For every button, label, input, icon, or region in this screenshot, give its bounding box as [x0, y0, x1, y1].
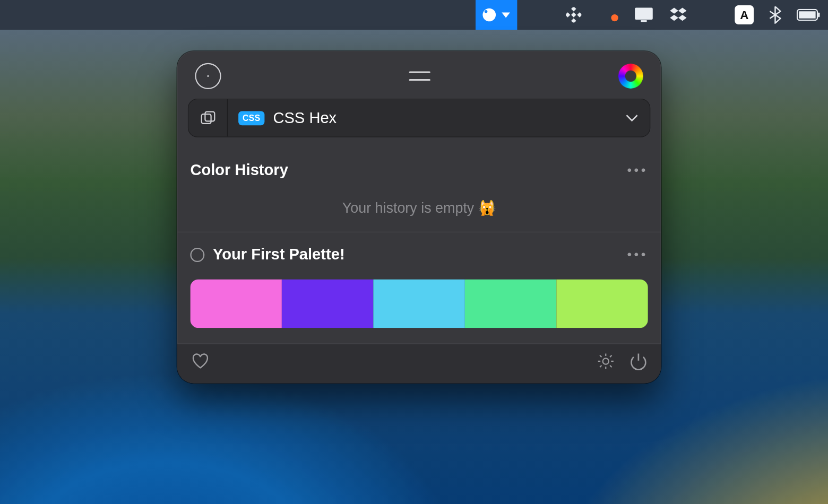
mac-menubar: A: [0, 0, 828, 30]
palette-swatch[interactable]: [190, 279, 281, 328]
battery-icon: [797, 9, 821, 21]
svg-rect-3: [577, 12, 581, 18]
palette-swatch[interactable]: [373, 279, 464, 328]
palette-more-button[interactable]: •••: [627, 248, 648, 262]
display-icon: [634, 6, 654, 23]
settings-button[interactable]: [597, 352, 615, 372]
dropbox-icon: [669, 7, 687, 22]
section-title: Color History: [190, 161, 288, 180]
svg-rect-2: [566, 12, 570, 18]
setapp-menubar-item[interactable]: [566, 0, 581, 30]
svg-rect-6: [641, 20, 646, 22]
sip-swatch-icon: [482, 8, 496, 22]
palette-swatch[interactable]: [556, 279, 648, 328]
gear-icon: [597, 352, 615, 370]
popover-footer: [177, 343, 661, 383]
spotlight-menubar-item[interactable]: [703, 0, 719, 30]
menu-line-icon: [409, 71, 430, 73]
color-history-section: Color History ••• Your history is empty …: [177, 148, 661, 232]
color-wheel-button[interactable]: [618, 64, 643, 89]
screen-menubar-item[interactable]: [634, 0, 654, 30]
cast-icon: [533, 7, 551, 22]
battery-menubar-item[interactable]: [797, 0, 821, 30]
palette-swatch[interactable]: [465, 279, 556, 328]
css-badge-icon: CSS: [238, 111, 265, 125]
bluetooth-menubar-item[interactable]: [769, 0, 781, 30]
quit-button[interactable]: [630, 352, 646, 372]
svg-rect-11: [201, 114, 211, 123]
svg-point-7: [705, 9, 714, 19]
svg-rect-4: [571, 12, 576, 18]
cloud-menubar-item[interactable]: [597, 0, 618, 30]
power-icon: [630, 352, 646, 370]
svg-rect-9: [799, 11, 815, 18]
bluetooth-icon: [769, 6, 781, 24]
format-selector: CSS CSS Hex: [188, 99, 650, 137]
history-more-button[interactable]: •••: [627, 164, 648, 177]
format-label: CSS Hex: [273, 109, 337, 127]
svg-point-13: [603, 358, 609, 364]
palette-section: Your First Palette! •••: [177, 232, 661, 344]
heart-icon: [192, 353, 210, 369]
notification-dot-icon: [611, 14, 618, 21]
svg-rect-12: [205, 111, 214, 121]
search-icon: [703, 6, 719, 23]
setapp-icon: [566, 7, 581, 22]
dropbox-menubar-item[interactable]: [669, 0, 687, 30]
svg-rect-10: [818, 13, 820, 18]
copy-color-button[interactable]: [188, 99, 228, 137]
eyedropper-button[interactable]: [195, 63, 221, 89]
history-empty-message: Your history is empty 🙀: [190, 199, 648, 216]
chevron-down-icon: [625, 114, 639, 122]
copy-icon: [200, 110, 215, 126]
svg-rect-1: [571, 18, 576, 22]
sip-popover: CSS CSS Hex Color History ••• Your histo…: [177, 51, 661, 383]
svg-rect-0: [571, 7, 576, 11]
menu-line-icon: [409, 79, 430, 81]
palette-ring-icon: [190, 247, 204, 262]
input-a-icon: A: [735, 5, 754, 24]
svg-rect-5: [635, 8, 653, 20]
cast-menubar-item[interactable]: [533, 0, 551, 30]
sip-menubar-item[interactable]: [476, 0, 517, 30]
input-source-menubar-item[interactable]: A: [735, 0, 754, 30]
palette-title: Your First Palette!: [213, 246, 345, 264]
format-chevron[interactable]: [614, 99, 650, 137]
chevron-down-icon: [502, 12, 510, 18]
format-dropdown[interactable]: CSS CSS Hex: [228, 99, 614, 137]
favorites-button[interactable]: [192, 353, 210, 372]
palette-swatches: [190, 279, 648, 328]
palette-swatch[interactable]: [282, 279, 373, 328]
dock-menu-button[interactable]: [409, 71, 430, 81]
